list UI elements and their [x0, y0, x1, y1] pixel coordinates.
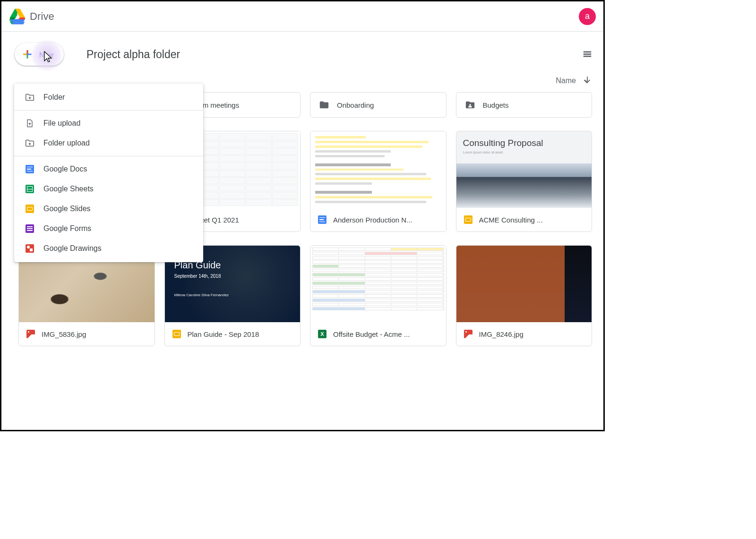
- folder-upload-icon: [25, 138, 35, 148]
- file-name: Anderson Production N...: [333, 216, 412, 224]
- menu-label: Google Sheets: [43, 185, 94, 193]
- menu-label: Folder: [43, 93, 65, 102]
- excel-icon: X: [318, 330, 326, 338]
- menu-google-forms[interactable]: Google Forms: [14, 219, 203, 239]
- file-card[interactable]: IMG_8246.jpg: [456, 245, 593, 346]
- list-view-icon: [582, 49, 593, 60]
- svg-point-18: [469, 104, 471, 106]
- drawings-icon: [25, 243, 35, 254]
- file-name: Plan Guide - Sep 2018: [188, 330, 259, 338]
- menu-folder-upload[interactable]: Folder upload: [14, 133, 203, 153]
- sort-column-button[interactable]: Name: [556, 77, 576, 85]
- account-avatar[interactable]: a: [579, 8, 596, 25]
- menu-file-upload[interactable]: File upload: [14, 113, 203, 133]
- thumb-byline: Milena Caroline Silva Fernandez: [174, 293, 291, 297]
- image-icon: [26, 330, 35, 338]
- folder-icon: [319, 100, 329, 110]
- svg-rect-17: [27, 54, 28, 55]
- menu-google-slides[interactable]: Google Slides: [14, 199, 203, 219]
- forms-icon: [25, 223, 35, 234]
- menu-label: Google Forms: [43, 224, 91, 233]
- file-name: IMG_5836.jpg: [42, 330, 86, 338]
- folder-name: Onboarding: [337, 101, 374, 109]
- folder-card[interactable]: Onboarding: [310, 92, 447, 118]
- arrow-down-icon: [583, 75, 592, 85]
- file-thumbnail: [310, 246, 446, 322]
- docs-icon: [318, 215, 326, 224]
- menu-label: Google Slides: [43, 205, 91, 213]
- shared-folder-icon: [465, 100, 475, 110]
- list-view-toggle[interactable]: [579, 46, 596, 63]
- file-card[interactable]: Anderson Production N...: [310, 131, 447, 232]
- new-button-label: New: [39, 51, 53, 59]
- new-folder-icon: [25, 92, 35, 103]
- drive-logo[interactable]: Drive: [9, 8, 54, 25]
- slides-icon: [464, 215, 472, 224]
- menu-google-drawings[interactable]: Google Drawings: [14, 239, 203, 258]
- file-thumbnail: [456, 246, 592, 322]
- menu-label: File upload: [43, 119, 80, 128]
- menu-label: Folder upload: [43, 139, 90, 147]
- menu-google-sheets[interactable]: Google Sheets: [14, 179, 203, 199]
- svg-marker-10: [10, 19, 25, 21]
- file-name: IMG_8246.jpg: [479, 330, 524, 338]
- menu-separator: [14, 156, 203, 156]
- product-name: Drive: [30, 10, 54, 23]
- menu-label: Google Drawings: [43, 244, 102, 253]
- menu-google-docs[interactable]: Google Docs: [14, 159, 203, 179]
- image-icon: [464, 330, 472, 338]
- thumb-subtitle: September 14th, 2018: [174, 274, 291, 279]
- sheets-icon: [25, 184, 35, 194]
- file-thumbnail: [310, 131, 446, 208]
- plus-icon: [21, 48, 34, 60]
- file-name: Offsite Budget - Acme ...: [333, 330, 410, 338]
- file-card[interactable]: Consulting Proposal Lorem ipsum dolor si…: [456, 131, 593, 232]
- menu-new-folder[interactable]: Folder: [14, 87, 203, 107]
- sort-direction-button[interactable]: [583, 75, 592, 86]
- app-header: Drive a: [1, 1, 603, 32]
- menu-separator: [14, 110, 203, 111]
- new-button[interactable]: New: [15, 43, 64, 66]
- thumb-title: Consulting Proposal: [463, 138, 543, 148]
- file-thumbnail: Consulting Proposal Lorem ipsum dolor si…: [456, 131, 592, 208]
- action-row: New Project alpha folder: [1, 32, 603, 73]
- svg-marker-11: [18, 17, 25, 19]
- thumb-subtitle: Lorem ipsum dolor sit amet.: [463, 151, 585, 154]
- folder-title[interactable]: Project alpha folder: [86, 48, 180, 61]
- folder-card[interactable]: Budgets: [456, 92, 593, 118]
- file-card[interactable]: X Offsite Budget - Acme ...: [310, 245, 447, 346]
- new-dropdown-menu: Folder File upload Folder upload Google …: [14, 84, 203, 262]
- menu-label: Google Docs: [43, 165, 87, 173]
- avatar-letter: a: [585, 11, 590, 21]
- folder-name: Budgets: [483, 101, 509, 109]
- docs-icon: [25, 164, 35, 174]
- drive-icon: [9, 8, 26, 25]
- file-name: ACME Consulting ...: [479, 216, 543, 224]
- file-upload-icon: [25, 118, 35, 128]
- slides-icon: [172, 330, 181, 338]
- slides-icon: [25, 204, 35, 214]
